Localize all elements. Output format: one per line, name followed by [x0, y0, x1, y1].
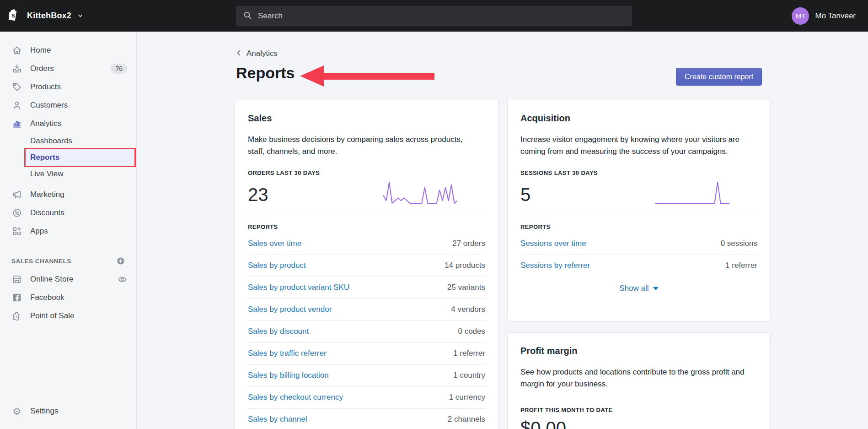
analytics-icon	[11, 118, 22, 129]
chevron-left-icon	[236, 49, 242, 58]
sidebar-item-point-of-sale[interactable]: Point of Sale	[0, 307, 136, 325]
report-row: Sales by checkout currency1 currency	[248, 386, 485, 408]
report-row: Sales by traffic referrer1 referrer	[248, 342, 485, 364]
chevron-down-icon	[77, 13, 83, 19]
discount-icon	[11, 207, 22, 218]
sidebar-item-reports[interactable]: Reports	[26, 149, 134, 166]
report-link[interactable]: Sales by checkout currency	[248, 393, 343, 402]
search-input[interactable]: Search	[236, 6, 632, 26]
search-placeholder: Search	[258, 11, 283, 21]
report-link[interactable]: Sales by channel	[248, 415, 307, 424]
sidebar-item-label: Settings	[30, 407, 58, 416]
sidebar-item-label: Live View	[30, 169, 63, 179]
metric-label: PROFIT THIS MONTH TO DATE	[520, 407, 757, 413]
report-link[interactable]: Sessions over time	[520, 239, 586, 248]
profit-margin-card: Profit margin See how products and locat…	[508, 333, 770, 429]
report-row: Sales by billing location1 country	[248, 364, 485, 386]
acquisition-reports-list: Sessions over time0 sessionsSessions by …	[520, 233, 757, 277]
sidebar-item-label: Point of Sale	[30, 311, 74, 320]
report-value: 1 referrer	[453, 349, 485, 358]
report-link[interactable]: Sales by product vendor	[248, 305, 332, 314]
eye-icon[interactable]	[118, 275, 127, 284]
card-description: Make business decisions by comparing sal…	[248, 134, 481, 157]
sidebar-item-label: Reports	[30, 153, 59, 162]
sidebar-item-dashboards[interactable]: Dashboards	[0, 133, 136, 149]
card-title: Acquisition	[520, 113, 757, 124]
sidebar-item-home[interactable]: Home	[0, 41, 136, 60]
card-title: Sales	[248, 113, 485, 124]
show-all-label: Show all	[619, 284, 648, 293]
report-row: Sales by discount0 codes	[248, 320, 485, 342]
report-value: 1 referrer	[725, 261, 757, 270]
circle-plus-icon[interactable]	[116, 256, 125, 266]
store-switcher[interactable]: S KittehBox2	[7, 0, 83, 32]
card-description: Increase visitor engagement by knowing w…	[520, 134, 754, 157]
report-value: 0 codes	[458, 327, 485, 336]
sidebar-item-label: Customers	[30, 101, 68, 110]
report-value: 4 vendors	[451, 305, 485, 314]
annotation-arrow-head	[300, 65, 324, 87]
facebook-icon	[11, 292, 22, 303]
annotation-arrow	[322, 73, 434, 80]
products-icon	[11, 81, 22, 92]
create-custom-report-button[interactable]: Create custom report	[676, 68, 762, 86]
sidebar-item-label: Dashboards	[30, 136, 72, 146]
sidebar-item-discounts[interactable]: Discounts	[0, 204, 136, 222]
user-name: Mo Tanveer	[815, 11, 856, 21]
breadcrumb[interactable]: Analytics	[236, 49, 278, 58]
svg-text:S: S	[11, 13, 15, 18]
search-icon	[243, 11, 252, 22]
sidebar-item-live-view[interactable]: Live View	[0, 166, 136, 182]
report-link[interactable]: Sales by product	[248, 261, 306, 270]
sidebar-item-label: Discounts	[30, 208, 64, 217]
metric-value: $0.00	[520, 418, 757, 429]
channels-nav: Online Store Facebook Point of Sale	[0, 270, 136, 325]
show-all-button[interactable]: Show all	[520, 284, 757, 293]
sales-channels-header: SALES CHANNELS	[0, 255, 136, 267]
sidebar-nav: Home Orders 76 Products Customers	[0, 32, 137, 429]
sidebar-item-online-store[interactable]: Online Store	[0, 270, 136, 288]
sidebar-item-label: Home	[30, 46, 51, 55]
storefront-icon	[11, 274, 22, 285]
shopify-admin-page: S KittehBox2 Search MT Mo Tanveer	[0, 0, 868, 429]
orders-icon	[11, 63, 22, 74]
sidebar-item-products[interactable]: Products	[0, 78, 136, 96]
pos-bag-icon	[11, 310, 22, 321]
report-link[interactable]: Sales over time	[248, 239, 301, 248]
sidebar-item-label: Analytics	[30, 119, 61, 128]
sidebar-item-customers[interactable]: Customers	[0, 96, 136, 114]
card-description: See how products and locations contribut…	[520, 366, 754, 390]
report-link[interactable]: Sales by traffic referrer	[248, 349, 327, 358]
sidebar-item-marketing[interactable]: Marketing	[0, 185, 136, 204]
sales-channels-label: SALES CHANNELS	[11, 258, 71, 265]
report-value: 1 country	[453, 371, 485, 380]
breadcrumb-label: Analytics	[246, 49, 278, 58]
report-link[interactable]: Sales by product variant SKU	[248, 283, 349, 292]
report-row: Sessions by referrer1 referrer	[520, 255, 757, 277]
report-link[interactable]: Sessions by referrer	[520, 261, 590, 270]
metric-label: SESSIONS LAST 30 DAYS	[520, 169, 757, 176]
reports-section: REPORTS Sessions over time0 sessionsSess…	[520, 213, 757, 293]
top-bar: S KittehBox2 Search MT Mo Tanveer	[0, 0, 868, 32]
report-value: 1 currency	[449, 393, 485, 402]
metric-label: ORDERS LAST 30 DAYS	[248, 169, 485, 176]
sidebar-item-analytics[interactable]: Analytics	[0, 114, 136, 133]
report-row: Sales by product14 products	[248, 255, 485, 277]
sidebar-item-settings[interactable]: ⚙ Settings	[0, 402, 136, 420]
sidebar-item-facebook[interactable]: Facebook	[0, 288, 136, 307]
metric-row: 23	[248, 181, 485, 205]
orders-count-badge: 76	[111, 64, 127, 74]
report-row: Sales by channel2 channels	[248, 408, 485, 429]
user-menu[interactable]: MT Mo Tanveer	[792, 0, 856, 32]
sales-reports-list: Sales over time27 ordersSales by product…	[248, 233, 485, 429]
sidebar-item-orders[interactable]: Orders 76	[0, 60, 136, 78]
report-value: 25 variants	[447, 283, 485, 292]
reports-label: REPORTS	[248, 223, 485, 230]
report-link[interactable]: Sales by billing location	[248, 371, 329, 380]
sidebar-item-label: Apps	[30, 227, 48, 236]
report-link[interactable]: Sales by discount	[248, 327, 309, 336]
sidebar-item-apps[interactable]: Apps	[0, 222, 136, 240]
card-title: Profit margin	[520, 346, 757, 356]
gear-icon: ⚙	[11, 406, 22, 417]
metric-value: 23	[248, 185, 268, 205]
